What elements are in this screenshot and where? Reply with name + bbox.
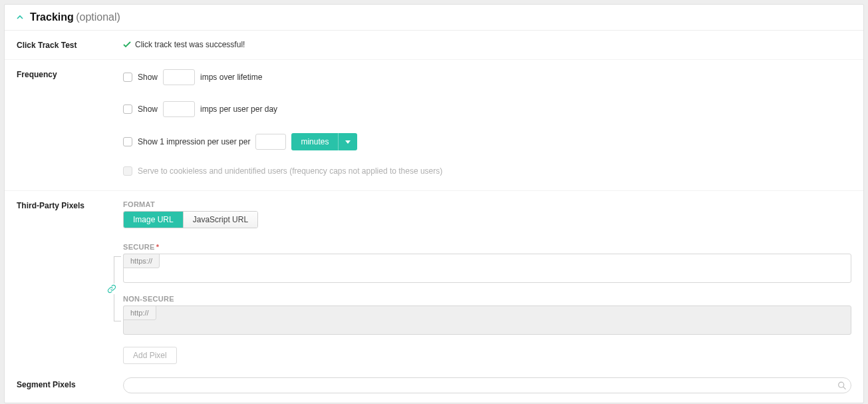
svg-marker-0 (345, 140, 351, 144)
collapse-caret-icon[interactable] (17, 14, 23, 21)
nonsecure-url-input[interactable] (124, 306, 851, 334)
format-head: FORMAT (123, 200, 851, 208)
interval-input[interactable] (255, 134, 286, 150)
nonsecure-protocol-label: http:// (123, 305, 156, 320)
nonsecure-head: NON-SECURE (123, 295, 851, 303)
frequency-row-perday: Show imps per user per day (123, 101, 851, 117)
click-track-message: Click track test was successful! (135, 40, 245, 49)
frequency-label: Frequency (17, 69, 123, 79)
interval-checkbox[interactable] (123, 137, 132, 146)
section-frequency: Frequency Show imps over lifetime Show i… (5, 60, 863, 191)
click-track-status: Click track test was successful! (123, 40, 851, 49)
secure-url-input[interactable] (124, 254, 851, 282)
checkmark-icon (123, 41, 131, 48)
interval-unit-dropdown[interactable]: minutes (291, 133, 357, 150)
format-image-url-button[interactable]: Image URL (124, 212, 183, 228)
panel-subtitle: (optional) (76, 11, 120, 23)
format-toggle: Image URL JavaScript URL (123, 211, 258, 228)
panel-header[interactable]: Tracking (optional) (5, 5, 863, 31)
click-track-label: Click Track Test (17, 40, 123, 50)
format-javascript-url-button[interactable]: JavaScript URL (183, 212, 257, 228)
lifetime-suffix: imps over lifetime (200, 73, 262, 82)
frequency-row-lifetime: Show imps over lifetime (123, 69, 851, 85)
section-thirdparty: Third-Party Pixels FORMAT Image URL Java… (5, 191, 863, 373)
section-segment: Segment Pixels (5, 373, 863, 403)
segment-search-input[interactable] (123, 377, 851, 393)
frequency-row-cookieless: Serve to cookieless and unidentified use… (123, 166, 851, 176)
nonsecure-url-box: http:// (123, 305, 851, 335)
lifetime-checkbox[interactable] (123, 73, 132, 82)
perday-suffix: imps per user per day (200, 104, 277, 114)
interval-prefix: Show 1 impression per user per (138, 137, 250, 146)
cookieless-checkbox[interactable] (123, 166, 132, 176)
tracking-panel: Tracking (optional) Click Track Test Cli… (4, 4, 864, 403)
add-pixel-button[interactable]: Add Pixel (123, 347, 177, 364)
svg-point-1 (839, 382, 844, 387)
secure-url-box: https:// (123, 254, 851, 283)
frequency-row-interval: Show 1 impression per user per minutes (123, 133, 851, 150)
chevron-down-icon (338, 133, 357, 150)
lifetime-input[interactable] (163, 69, 195, 85)
perday-prefix: Show (138, 104, 158, 114)
secure-head: SECURE* (123, 243, 851, 251)
panel-title: Tracking (30, 11, 74, 23)
svg-line-2 (843, 387, 845, 389)
segment-label: Segment Pixels (17, 377, 123, 389)
interval-unit-label: minutes (291, 137, 338, 146)
cookieless-text: Serve to cookieless and unidentified use… (138, 166, 442, 176)
link-icon[interactable] (107, 284, 116, 294)
perday-input[interactable] (163, 101, 195, 117)
link-connector (108, 256, 122, 321)
search-icon (837, 381, 846, 390)
section-click-track: Click Track Test Click track test was su… (5, 31, 863, 60)
thirdparty-label: Third-Party Pixels (17, 200, 123, 210)
secure-protocol-label: https:// (123, 254, 160, 268)
lifetime-prefix: Show (138, 73, 158, 82)
perday-checkbox[interactable] (123, 104, 132, 114)
